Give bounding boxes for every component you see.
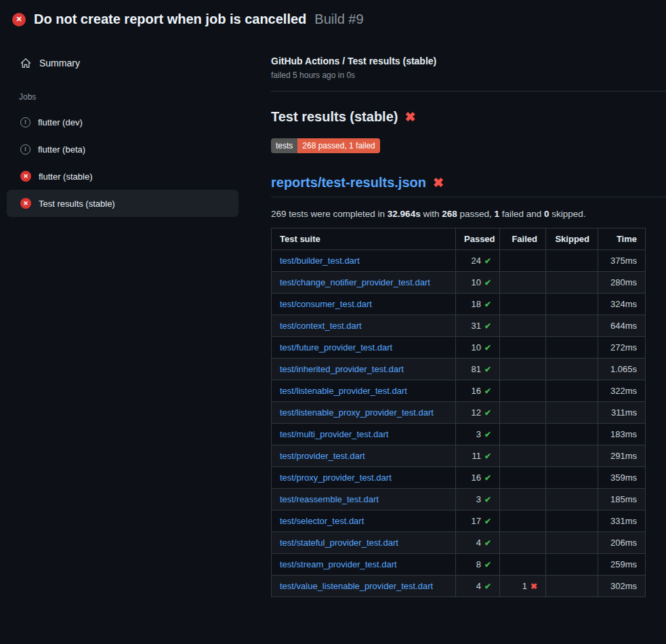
suite-link[interactable]: test/listenable_proxy_provider_test.dart: [280, 407, 434, 418]
summary-part: passed,: [457, 209, 495, 219]
skipped-cell: [546, 337, 598, 359]
sidebar-job-item[interactable]: ✕ Test results (stable): [7, 190, 238, 217]
check-icon: ✔: [484, 343, 491, 353]
passed-cell: 12✔: [456, 402, 500, 424]
section-failed-x-icon: ✖: [404, 110, 415, 123]
sidebar-job-item[interactable]: ✕ flutter (stable): [7, 163, 238, 190]
neutral-status-icon: !: [20, 117, 30, 127]
table-row: test/provider_test.dart 11✔ 291ms: [272, 445, 646, 467]
skipped-cell: [546, 489, 598, 510]
sidebar-item-summary[interactable]: Summary: [7, 52, 238, 75]
sidebar-summary-label: Summary: [39, 58, 80, 68]
time-cell: 644ms: [598, 315, 646, 337]
table-row: test/reassemble_test.dart 3✔ 185ms: [272, 489, 646, 510]
time-cell: 331ms: [598, 510, 646, 532]
failed-cell: [500, 250, 546, 272]
passed-cell: 18✔: [456, 294, 500, 315]
sidebar-job-item[interactable]: ! flutter (dev): [7, 108, 238, 136]
time-cell: 375ms: [598, 250, 646, 272]
suite-link[interactable]: test/future_provider_test.dart: [280, 342, 392, 353]
suite-link[interactable]: test/consumer_test.dart: [280, 299, 372, 309]
suite-link[interactable]: test/multi_provider_test.dart: [280, 429, 388, 439]
cross-icon: ✖: [530, 582, 537, 591]
suite-link[interactable]: test/value_listenable_provider_test.dart: [280, 581, 433, 591]
summary-part: skipped.: [549, 209, 586, 219]
skipped-cell: [546, 510, 598, 532]
report-file-link[interactable]: reports/test-results.json: [271, 175, 426, 190]
suite-link[interactable]: test/inherited_provider_test.dart: [280, 364, 404, 374]
summary-part: failed and: [499, 209, 544, 219]
results-summary-text: 269 tests were completed in 32.964s with…: [271, 209, 645, 219]
skipped-cell: [546, 467, 598, 489]
suite-link[interactable]: test/stateful_provider_test.dart: [280, 538, 398, 548]
check-icon: ✔: [484, 300, 491, 309]
section-heading: Test results (stable) ✖: [271, 109, 645, 125]
time-cell: 185ms: [598, 489, 646, 510]
table-row: test/stateful_provider_test.dart 4✔ 206m…: [272, 532, 646, 554]
failed-cell: [500, 489, 546, 510]
passed-cell: 17✔: [456, 510, 500, 532]
failed-cell: [500, 554, 546, 576]
time-cell: 359ms: [598, 467, 646, 489]
check-icon: ✔: [484, 430, 491, 439]
suite-link[interactable]: test/builder_test.dart: [280, 256, 360, 266]
col-skipped: Skipped: [546, 228, 598, 250]
breadcrumb[interactable]: GitHub Actions / Test results (stable): [271, 56, 645, 66]
col-passed: Passed: [456, 228, 500, 250]
failed-cell: [500, 532, 546, 554]
failed-cell: [500, 272, 546, 294]
table-row: test/future_provider_test.dart 10✔ 272ms: [272, 337, 646, 359]
failed-cell: [500, 359, 546, 380]
table-row: test/stream_provider_test.dart 8✔ 259ms: [272, 554, 646, 576]
passed-cell: 4✔: [456, 576, 500, 597]
check-icon: ✔: [484, 365, 491, 374]
suite-link[interactable]: test/proxy_provider_test.dart: [280, 472, 392, 483]
time-cell: 280ms: [598, 272, 646, 294]
check-icon: ✔: [484, 473, 491, 483]
time-cell: 1.065s: [598, 359, 646, 380]
check-icon: ✔: [484, 517, 491, 526]
failed-cell: [500, 467, 546, 489]
table-row: test/consumer_test.dart 18✔ 324ms: [272, 294, 646, 315]
job-label: flutter (beta): [38, 144, 85, 155]
check-icon: ✔: [484, 278, 491, 287]
table-row: test/listenable_proxy_provider_test.dart…: [272, 402, 646, 424]
skipped-cell: [546, 445, 598, 467]
check-icon: ✔: [484, 256, 491, 266]
time-cell: 206ms: [598, 532, 646, 554]
skipped-cell: [546, 576, 598, 597]
suite-link[interactable]: test/selector_test.dart: [280, 516, 364, 526]
table-row: test/listenable_provider_test.dart 16✔ 3…: [272, 380, 646, 402]
passed-cell: 24✔: [456, 250, 500, 272]
suite-link[interactable]: test/context_test.dart: [280, 321, 362, 331]
sidebar-job-item[interactable]: ! flutter (beta): [7, 136, 238, 163]
skipped-cell: [546, 402, 598, 424]
passed-cell: 11✔: [456, 445, 500, 467]
col-test-suite: Test suite: [272, 228, 456, 250]
time-cell: 272ms: [598, 337, 646, 359]
failed-status-icon: ✕: [20, 171, 31, 182]
section-heading-text: Test results (stable): [271, 109, 398, 125]
check-icon: ✔: [484, 495, 491, 504]
summary-duration: 32.964s: [388, 209, 421, 219]
sidebar: Summary Jobs ! flutter (dev) ! flutter (…: [0, 35, 271, 217]
skipped-cell: [546, 315, 598, 337]
check-icon: ✔: [484, 560, 491, 569]
skipped-cell: [546, 250, 598, 272]
passed-cell: 8✔: [456, 554, 500, 576]
failed-cell: [500, 510, 546, 532]
suite-link[interactable]: test/provider_test.dart: [280, 451, 365, 461]
results-table: Test suite Passed Failed Skipped Time te…: [271, 228, 646, 597]
passed-cell: 31✔: [456, 315, 500, 337]
suite-link[interactable]: test/stream_provider_test.dart: [280, 559, 397, 569]
table-row: test/change_notifier_provider_test.dart …: [272, 272, 646, 294]
suite-link[interactable]: test/change_notifier_provider_test.dart: [280, 277, 430, 287]
suite-link[interactable]: test/listenable_provider_test.dart: [280, 386, 407, 396]
failed-cell: [500, 445, 546, 467]
passed-cell: 3✔: [456, 424, 500, 445]
check-icon: ✔: [484, 321, 491, 331]
suite-link[interactable]: test/reassemble_test.dart: [280, 494, 379, 504]
tests-badge: tests 268 passed, 1 failed: [271, 138, 380, 153]
time-cell: 322ms: [598, 380, 646, 402]
job-label: flutter (dev): [38, 117, 83, 127]
